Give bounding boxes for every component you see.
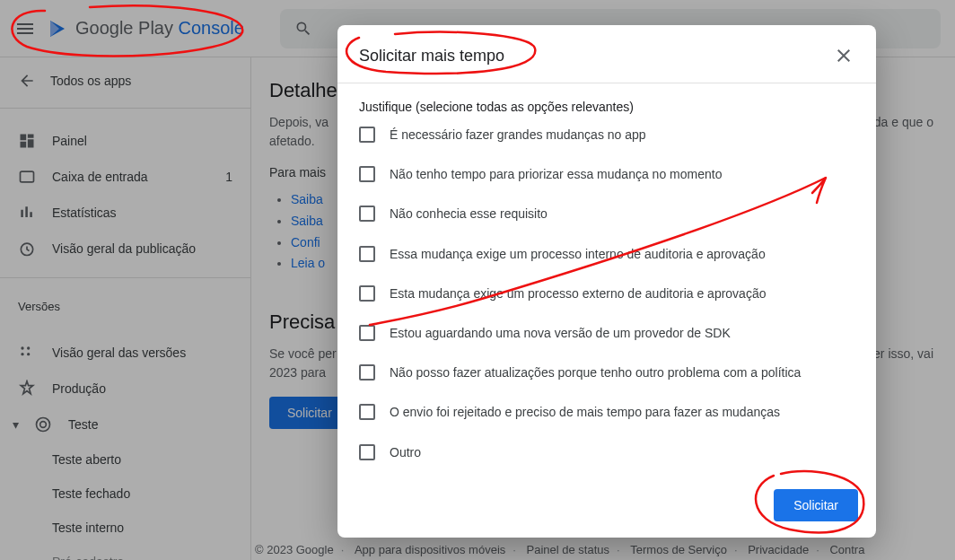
option-row: Não conhecia esse requisito (359, 206, 854, 222)
option-row: Esta mudança exige um processo externo d… (359, 285, 854, 302)
close-icon (833, 45, 854, 66)
option-label: Esta mudança exige um processo externo d… (390, 285, 766, 302)
dialog-title: Solicitar mais tempo (359, 47, 833, 66)
checkbox[interactable] (359, 206, 375, 222)
option-label: Outro (390, 444, 421, 460)
option-row: Essa mudança exige um processo interno d… (359, 246, 854, 262)
checkbox[interactable] (359, 246, 375, 262)
option-row: É necessário fazer grandes mudanças no a… (359, 127, 854, 143)
option-row: O envio foi rejeitado e preciso de mais … (359, 404, 854, 420)
checkbox[interactable] (359, 364, 375, 381)
checkbox[interactable] (359, 285, 375, 302)
option-row: Não tenho tempo para priorizar essa muda… (359, 166, 854, 182)
checkbox[interactable] (359, 404, 375, 420)
option-label: Não conhecia esse requisito (390, 206, 548, 222)
option-label: O envio foi rejeitado e preciso de mais … (390, 404, 780, 420)
checkbox[interactable] (359, 127, 375, 143)
option-label: Estou aguardando uma nova versão de um p… (390, 325, 731, 341)
dialog-submit-button[interactable]: Solicitar (774, 489, 858, 521)
checkbox[interactable] (359, 325, 375, 341)
dialog-subhead: Justifique (selecione todas as opções re… (359, 100, 854, 114)
checkbox[interactable] (359, 166, 375, 182)
close-button[interactable] (833, 45, 854, 66)
option-row: Outro (359, 444, 854, 460)
request-more-time-dialog: Solicitar mais tempo Justifique (selecio… (337, 25, 876, 538)
option-label: Essa mudança exige um processo interno d… (390, 246, 766, 262)
checkbox[interactable] (359, 444, 375, 460)
option-row: Estou aguardando uma nova versão de um p… (359, 325, 854, 341)
option-row: Não posso fazer atualizações porque tenh… (359, 364, 854, 381)
option-label: Não tenho tempo para priorizar essa muda… (390, 166, 722, 182)
option-label: É necessário fazer grandes mudanças no a… (390, 127, 646, 143)
option-label: Não posso fazer atualizações porque tenh… (390, 364, 801, 381)
